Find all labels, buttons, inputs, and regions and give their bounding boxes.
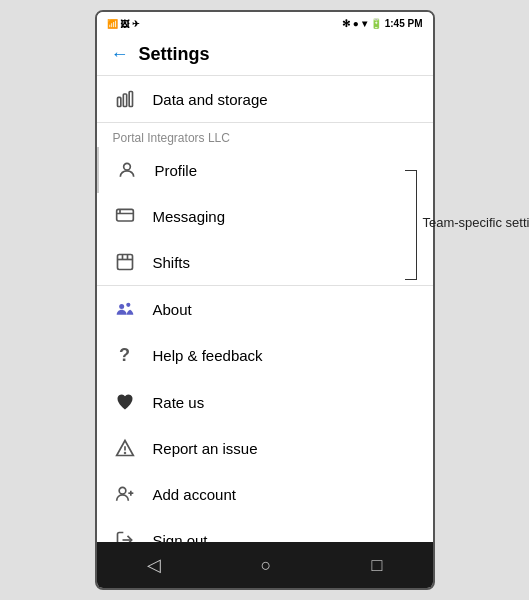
time-display: 1:45 PM [385,18,423,29]
svg-point-15 [119,487,126,494]
profile-label: Profile [155,162,198,179]
shifts-label: Shifts [153,254,191,271]
svg-rect-0 [117,97,120,106]
menu-item-data-storage[interactable]: Data and storage [97,76,433,123]
menu-item-profile[interactable]: Profile [97,147,433,193]
bluetooth-icon: ✻ [342,18,350,29]
menu-item-help[interactable]: ? Help & feedback [97,332,433,379]
svg-rect-1 [123,94,126,107]
signal-icon: ● [353,18,359,29]
clock-icon [113,252,137,272]
nav-back-button[interactable]: ◁ [127,550,181,580]
battery-icon: 🔋 [370,18,382,29]
messaging-label: Messaging [153,208,226,225]
heart-icon [113,392,137,412]
app-header: ← Settings [97,34,433,76]
status-left: 📶 🖼 ✈ [107,18,140,29]
menu-item-add-account[interactable]: Add account [97,471,433,517]
nav-home-button[interactable]: ○ [241,551,292,580]
person-icon [115,160,139,180]
bottom-nav-bar: ◁ ○ □ [97,542,433,588]
annotation-team-specific: Team-specific settings [405,170,530,280]
about-label: About [153,301,192,318]
message-icon [113,206,137,226]
menu-item-rate[interactable]: Rate us [97,379,433,425]
annotation-text: Team-specific settings [423,215,530,230]
status-bar: 📶 🖼 ✈ ✻ ● ▾ 🔋 1:45 PM [97,12,433,34]
rate-us-label: Rate us [153,394,205,411]
teams-icon [113,299,137,319]
menu-item-about[interactable]: About [97,286,433,332]
add-account-label: Add account [153,486,236,503]
page-title: Settings [139,44,210,65]
warning-icon [113,438,137,458]
report-issue-label: Report an issue [153,440,258,457]
svg-rect-7 [117,255,132,270]
phone-frame: 📶 🖼 ✈ ✻ ● ▾ 🔋 1:45 PM ← Settings [95,10,435,590]
section-label: Portal Integrators LLC [97,123,433,147]
wifi-icon: ▾ [362,18,367,29]
content-area: Data and storage Portal Integrators LLC … [97,76,433,542]
question-icon: ? [113,345,137,366]
menu-item-messaging[interactable]: Messaging [97,193,433,239]
back-button[interactable]: ← [111,44,129,65]
help-label: Help & feedback [153,347,263,364]
sign-out-icon [113,530,137,542]
menu-item-shifts[interactable]: Shifts [97,239,433,285]
svg-rect-2 [129,92,132,107]
svg-point-14 [124,453,125,454]
sign-out-label: Sign out [153,532,208,543]
data-storage-label: Data and storage [153,91,268,108]
menu-item-sign-out[interactable]: Sign out [97,517,433,542]
nav-recent-button[interactable]: □ [352,551,403,580]
svg-point-3 [123,163,130,170]
svg-point-12 [126,303,130,307]
svg-rect-4 [116,209,133,221]
status-right: ✻ ● ▾ 🔋 1:45 PM [342,18,423,29]
person-add-icon [113,484,137,504]
bar-chart-icon [113,89,137,109]
svg-point-11 [119,304,124,309]
menu-item-report[interactable]: Report an issue [97,425,433,471]
